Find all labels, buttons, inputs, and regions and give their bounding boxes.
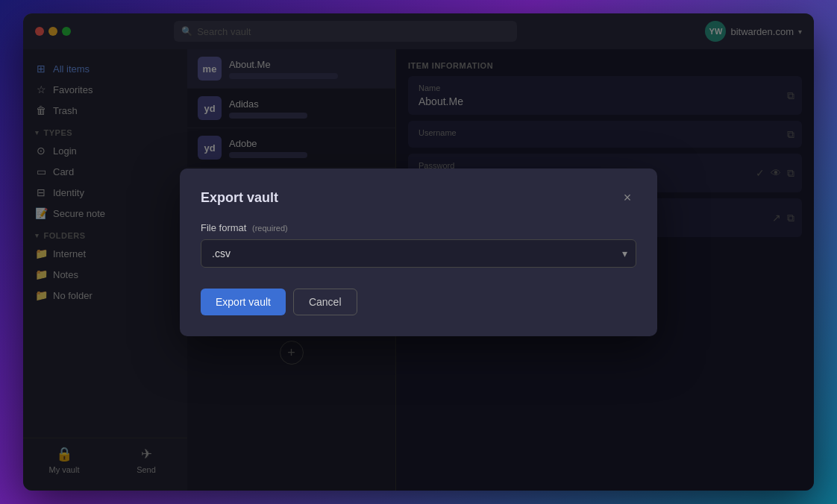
file-format-select[interactable]: .csv .json .encrypted_json xyxy=(201,239,636,268)
modal-field-label: File format (required) xyxy=(201,222,636,233)
modal-close-button[interactable]: × xyxy=(618,189,636,207)
app-window: 🔍 YW bitwarden.com ▾ ⊞ All items ☆ Favor… xyxy=(23,13,814,491)
file-format-label: File format xyxy=(201,222,246,233)
modal-actions: Export vault Cancel xyxy=(201,289,636,315)
modal-title: Export vault xyxy=(201,190,278,206)
modal-header: Export vault × xyxy=(201,189,636,207)
export-vault-button[interactable]: Export vault xyxy=(201,289,286,315)
format-select-wrapper: .csv .json .encrypted_json xyxy=(201,239,636,268)
export-vault-modal: Export vault × File format (required) .c… xyxy=(180,168,657,336)
modal-overlay: Export vault × File format (required) .c… xyxy=(23,13,814,491)
cancel-button[interactable]: Cancel xyxy=(293,289,357,315)
required-indicator: (required) xyxy=(252,224,288,233)
